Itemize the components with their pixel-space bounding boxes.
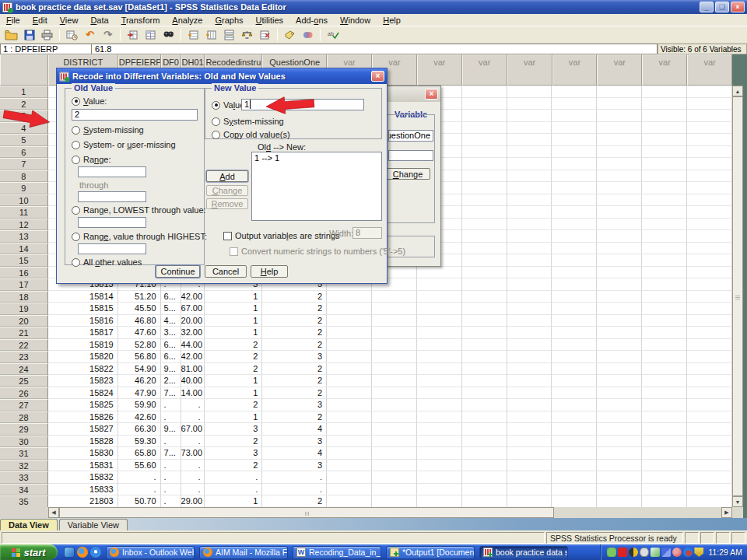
width-input[interactable]: 8 <box>352 227 382 239</box>
firefox-icon[interactable] <box>77 547 88 558</box>
menu-edit[interactable]: Edit <box>26 15 54 26</box>
cell-district[interactable]: 15823 <box>48 375 118 387</box>
cell-dpfeierp[interactable]: 65.80 <box>118 447 161 460</box>
split-file-icon[interactable] <box>221 27 237 42</box>
cell-df0[interactable]: 9... <box>161 423 181 436</box>
row-header[interactable]: 11 <box>0 206 48 219</box>
cell-district[interactable]: 15824 <box>48 387 118 400</box>
tray-icon-7[interactable] <box>672 548 682 557</box>
row-header[interactable]: 21 <box>0 327 48 339</box>
copy-old-values-radio[interactable] <box>212 131 220 139</box>
cell-district[interactable]: 15817 <box>48 327 118 339</box>
cell-dh011[interactable]: 32.00 <box>181 327 205 339</box>
range-lowest-input[interactable] <box>78 217 146 228</box>
output-variable-label-field[interactable] <box>388 150 433 161</box>
row-header[interactable]: 22 <box>0 339 48 352</box>
cell-dh011[interactable]: 67.00 <box>181 303 205 315</box>
select-cases-icon[interactable] <box>257 27 273 42</box>
range-lowest-radio[interactable] <box>72 206 80 215</box>
minimize-button[interactable]: _ <box>700 2 714 12</box>
cell-df0[interactable]: . <box>161 460 181 472</box>
cell-dh011[interactable]: . <box>181 460 205 472</box>
cell-district[interactable]: 15816 <box>48 315 118 327</box>
start-button[interactable]: start <box>0 544 58 560</box>
cell-dpfeierp[interactable]: 54.90 <box>118 363 161 376</box>
old-new-listbox[interactable]: 1 --> 1 <box>251 152 382 221</box>
view-tab[interactable]: Variable View <box>59 519 128 530</box>
tray-icon-1[interactable] <box>607 548 616 557</box>
goto-case-icon[interactable] <box>124 27 141 42</box>
cancel-button[interactable]: Cancel <box>205 265 247 278</box>
use-variable-sets-icon[interactable] <box>300 27 316 42</box>
row-header[interactable]: 5 <box>0 134 48 146</box>
cell-recodedinstructio[interactable]: 2 <box>205 339 262 352</box>
cell-questionone[interactable]: 2 <box>262 363 327 376</box>
cell-district[interactable]: 15831 <box>48 460 118 472</box>
cell-recodedinstructio[interactable]: . <box>205 471 262 484</box>
menu-window[interactable]: Window <box>334 15 377 26</box>
cell-recodedinstructio[interactable]: 2 <box>205 399 262 411</box>
cell-recodedinstructio[interactable]: 2 <box>205 436 262 448</box>
cell-dpfeierp[interactable]: 42.60 <box>118 411 161 424</box>
cell-dpfeierp[interactable]: . <box>118 484 161 496</box>
range-highest-radio[interactable] <box>72 233 80 241</box>
tray-icon-8[interactable] <box>683 548 693 557</box>
row-header[interactable]: 35 <box>0 495 48 508</box>
menu-utilities[interactable]: Utilities <box>250 15 289 26</box>
cell-df0[interactable]: 7... <box>161 447 181 460</box>
cell-questionone[interactable]: 2 <box>262 339 327 352</box>
cell-district[interactable]: 15822 <box>48 363 118 376</box>
row-header[interactable]: 14 <box>0 243 48 255</box>
menu-view[interactable]: View <box>54 15 85 26</box>
cell-questionone[interactable]: 3 <box>262 436 327 448</box>
row-header[interactable]: 31 <box>0 447 48 460</box>
cell-dpfeierp[interactable]: 50.70 <box>118 495 161 508</box>
range-highest-input[interactable] <box>78 243 146 254</box>
cell-dh011[interactable]: 29.00 <box>181 495 205 508</box>
row-header[interactable]: 12 <box>0 219 48 231</box>
cell-df0[interactable]: . <box>161 484 181 496</box>
cell-questionone[interactable]: 2 <box>262 411 327 424</box>
menu-addons[interactable]: Add-ons <box>289 15 334 26</box>
cell-questionone[interactable]: 4 <box>262 447 327 460</box>
range-to-input[interactable] <box>78 191 146 202</box>
undo-icon[interactable]: ↶ <box>82 27 98 42</box>
row-header[interactable]: 8 <box>0 170 48 183</box>
cell-dpfeierp[interactable]: 55.60 <box>118 460 161 472</box>
cell-editor[interactable]: 61.8 <box>92 44 658 54</box>
cell-district[interactable]: 15815 <box>48 303 118 315</box>
cell-questionone[interactable]: 2 <box>262 387 327 400</box>
cell-district[interactable]: 15820 <box>48 351 118 363</box>
cell-df0[interactable]: 9... <box>161 363 181 376</box>
cell-dpfeierp[interactable]: 52.80 <box>118 339 161 352</box>
find-icon[interactable] <box>160 27 177 42</box>
row-header[interactable]: 1 <box>0 86 48 98</box>
cell-df0[interactable]: 5... <box>161 303 181 315</box>
row-header[interactable]: 6 <box>0 146 48 159</box>
variables-icon[interactable] <box>142 27 159 42</box>
cell-district[interactable]: 15814 <box>48 291 118 303</box>
cell-questionone[interactable]: 3 <box>262 351 327 363</box>
cell-questionone[interactable]: . <box>262 484 327 496</box>
cell-district[interactable]: 15833 <box>48 484 118 496</box>
cell-recodedinstructio[interactable]: 1 <box>205 495 262 508</box>
cell-district[interactable]: 15827 <box>48 423 118 436</box>
redo-icon[interactable]: ↷ <box>100 27 116 42</box>
cell-dh011[interactable]: . <box>181 484 205 496</box>
row-header[interactable]: 23 <box>0 351 48 363</box>
taskbar-button[interactable]: AIM Mail - Mozilla Fir... <box>199 546 288 559</box>
cell-district[interactable]: 15826 <box>48 411 118 424</box>
menu-transform[interactable]: Transform <box>115 15 167 26</box>
taskbar-button[interactable]: book practice data se... <box>479 546 568 559</box>
column-header-var[interactable]: var <box>642 54 687 86</box>
cell-questionone[interactable]: 2 <box>262 327 327 339</box>
change-button[interactable]: Change <box>206 185 248 196</box>
taskbar-button[interactable]: Recoding_Data_in_S... <box>293 546 381 559</box>
cell-recodedinstructio[interactable]: 2 <box>205 351 262 363</box>
old-value-input[interactable]: 2 <box>72 109 198 121</box>
row-header[interactable]: 10 <box>0 194 48 207</box>
cell-df0[interactable]: . <box>161 471 181 484</box>
tray-icon-4[interactable] <box>640 548 649 557</box>
cell-district[interactable]: 15825 <box>48 399 118 411</box>
row-header[interactable]: 29 <box>0 423 48 436</box>
